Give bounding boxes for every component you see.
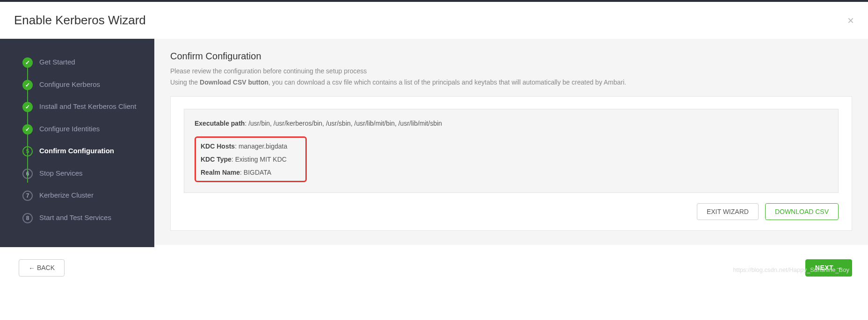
config-realm-name: Realm Name: BIGDATA — [201, 169, 299, 176]
config-kdc-type: KDC Type: Existing MIT KDC — [201, 156, 299, 163]
wizard-title: Enable Kerberos Wizard — [14, 13, 146, 28]
arrow-left-icon: ← — [29, 264, 35, 272]
kdc-hosts-label: KDC Hosts — [201, 142, 235, 150]
next-button[interactable]: NEXT → — [805, 259, 852, 277]
desc2-bold: Download CSV button — [200, 78, 268, 86]
step-get-started[interactable]: ✓ Get Started — [0, 51, 154, 73]
step-kerberize-cluster: 7 Kerberize Cluster — [0, 184, 154, 206]
wizard-header: Enable Kerberos Wizard × — [0, 2, 868, 39]
back-label: BACK — [37, 264, 55, 271]
check-icon: ✓ — [22, 57, 33, 68]
step-stop-services: 6 Stop Services — [0, 162, 154, 185]
close-icon[interactable]: × — [847, 15, 854, 26]
step-confirm-configuration[interactable]: 5 Confirm Configuration — [0, 140, 154, 162]
highlighted-config: KDC Hosts: manager.bigdata KDC Type: Exi… — [195, 136, 307, 182]
step-label: Kerberize Cluster — [39, 191, 94, 200]
kdc-type-label: KDC Type — [201, 156, 231, 163]
step-number-icon: 5 — [22, 146, 33, 156]
realm-label: Realm Name — [201, 169, 240, 176]
step-label: Configure Kerberos — [39, 80, 100, 89]
step-label: Configure Identities — [39, 124, 100, 134]
exec-path-value: : /usr/bin, /usr/kerberos/bin, /usr/sbin… — [245, 120, 442, 127]
check-icon: ✓ — [22, 80, 33, 90]
wizard-sidebar: ✓ Get Started ✓ Configure Kerberos ✓ Ins… — [0, 39, 154, 247]
step-number-icon: 7 — [22, 191, 33, 201]
config-exec-path: Executable path: /usr/bin, /usr/kerberos… — [195, 120, 828, 127]
exec-path-label: Executable path — [195, 120, 245, 127]
step-label: Confirm Configuration — [39, 146, 114, 156]
step-label: Start and Test Services — [39, 213, 111, 222]
step-install-test-client[interactable]: ✓ Install and Test Kerberos Client — [0, 95, 154, 118]
step-number-icon: 8 — [22, 213, 33, 223]
wizard-footer: ← BACK NEXT → — [0, 247, 868, 289]
arrow-right-icon: → — [836, 264, 843, 272]
progress-line — [27, 57, 28, 183]
check-icon: ✓ — [22, 102, 33, 112]
exit-wizard-button[interactable]: EXIT WIZARD — [697, 203, 759, 220]
step-start-test-services: 8 Start and Test Services — [0, 206, 154, 229]
step-configure-identities[interactable]: ✓ Configure Identities — [0, 118, 154, 140]
panel-actions: EXIT WIZARD DOWNLOAD CSV — [184, 203, 839, 220]
wizard-content: Confirm Configuration Please review the … — [154, 39, 868, 245]
desc2-post: , you can download a csv file which cont… — [268, 78, 626, 86]
config-panel: Executable path: /usr/bin, /usr/kerberos… — [170, 96, 852, 231]
step-number-icon: 6 — [22, 169, 33, 179]
check-icon: ✓ — [22, 124, 33, 135]
step-configure-kerberos[interactable]: ✓ Configure Kerberos — [0, 73, 154, 96]
back-button[interactable]: ← BACK — [19, 259, 65, 277]
download-csv-button[interactable]: DOWNLOAD CSV — [765, 203, 839, 220]
step-label: Stop Services — [39, 169, 83, 178]
content-description-2: Using the Download CSV button, you can d… — [170, 78, 852, 86]
step-label: Get Started — [39, 57, 75, 67]
next-label: NEXT — [815, 264, 833, 271]
content-description-1: Please review the configuration before c… — [170, 67, 852, 75]
kdc-hosts-value: : manager.bigdata — [235, 142, 287, 150]
kdc-type-value: : Existing MIT KDC — [231, 156, 287, 163]
step-label: Install and Test Kerberos Client — [39, 102, 136, 111]
config-summary-box: Executable path: /usr/bin, /usr/kerberos… — [184, 109, 839, 193]
realm-value: : BIGDATA — [240, 169, 271, 176]
desc2-pre: Using the — [170, 78, 200, 86]
config-kdc-hosts: KDC Hosts: manager.bigdata — [201, 142, 299, 150]
content-title: Confirm Configuration — [170, 51, 852, 62]
